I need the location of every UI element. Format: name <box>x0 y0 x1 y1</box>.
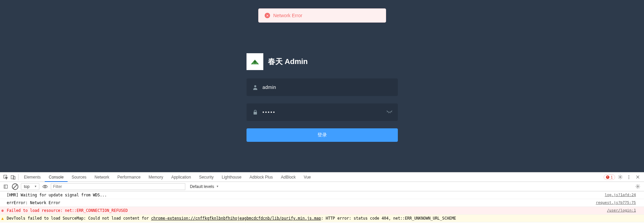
eye-closed-icon[interactable] <box>386 109 392 115</box>
svg-rect-10 <box>4 185 7 188</box>
tab-memory[interactable]: Memory <box>145 172 167 182</box>
log-line: errError: Network Error request.js?b775:… <box>0 199 644 207</box>
log-line: [HMR] Waiting for update signal from WDS… <box>0 191 644 199</box>
console-toolbar: top Default levels <box>0 182 644 191</box>
console-sidebar-toggle-icon[interactable] <box>2 183 9 190</box>
console-log: [HMR] Waiting for update signal from WDS… <box>0 191 644 223</box>
svg-point-0 <box>254 61 256 63</box>
login-button[interactable]: 登录 <box>247 128 398 142</box>
tab-adblock[interactable]: AdBlock <box>277 172 300 182</box>
sourcemap-link[interactable]: chrome-extension://cnffkgfknlbnbfhihojea… <box>151 216 321 221</box>
password-input[interactable] <box>259 103 392 121</box>
log-line-warn: ▲ DevTools failed to load SourceMap: Cou… <box>0 215 644 222</box>
context-selected: top <box>24 184 30 189</box>
svg-rect-2 <box>254 112 257 115</box>
tab-sources[interactable]: Sources <box>68 172 90 182</box>
password-row <box>247 103 398 121</box>
log-message: errError: Network Error <box>7 200 596 206</box>
error-dot-icon <box>606 176 609 179</box>
error-icon: ⊗ <box>1 208 4 214</box>
devtools-tabstrip: Elements Console Sources Network Perform… <box>0 172 644 182</box>
warning-icon: ▲ <box>1 215 4 221</box>
username-input[interactable] <box>259 78 392 96</box>
log-source-link[interactable]: request.js?b775:75 <box>596 200 636 206</box>
tab-performance[interactable]: Performance <box>113 172 145 182</box>
live-expression-icon[interactable] <box>41 185 49 188</box>
devtools-panel: Elements Console Sources Network Perform… <box>0 172 644 223</box>
error-toast-text: Network Error <box>273 13 302 18</box>
tab-network[interactable]: Network <box>90 172 113 182</box>
log-level-label: Default levels <box>190 184 214 189</box>
logo-icon <box>250 58 260 65</box>
svg-point-1 <box>254 85 256 87</box>
log-message: Failed to load resource: net::ERR_CONNEC… <box>7 208 607 214</box>
lock-icon <box>252 109 259 115</box>
tab-application[interactable]: Application <box>167 172 195 182</box>
error-count: 1 <box>611 175 613 179</box>
context-selector[interactable]: top <box>21 183 39 190</box>
divider <box>18 174 18 180</box>
device-toggle-icon[interactable] <box>9 172 17 182</box>
svg-point-6 <box>619 176 621 178</box>
user-icon <box>252 85 259 90</box>
close-icon[interactable] <box>633 172 642 182</box>
log-message: [HMR] Waiting for update signal from WDS… <box>7 192 605 198</box>
svg-point-13 <box>637 186 638 187</box>
svg-rect-4 <box>11 176 14 179</box>
log-line-error: ⊗ Failed to load resource: net::ERR_CONN… <box>0 207 644 215</box>
svg-point-8 <box>629 177 629 177</box>
app-main: ✕ Network Error 春天 Admin <box>0 0 644 172</box>
tab-vue[interactable]: Vue <box>300 172 315 182</box>
tab-security[interactable]: Security <box>195 172 218 182</box>
login-header: 春天 Admin <box>247 53 398 70</box>
console-filter-input[interactable] <box>51 183 185 190</box>
settings-gear-icon[interactable] <box>616 172 624 182</box>
tab-elements[interactable]: Elements <box>20 172 45 182</box>
login-title: 春天 Admin <box>268 57 308 67</box>
error-circle-icon: ✕ <box>265 13 270 18</box>
log-level-selector[interactable]: Default levels <box>187 184 222 189</box>
svg-point-12 <box>44 186 46 187</box>
tab-console[interactable]: Console <box>45 172 68 182</box>
login-form: 春天 Admin 登录 <box>247 53 398 142</box>
app-logo <box>247 53 263 70</box>
username-row <box>247 78 398 96</box>
tab-adblock-plus[interactable]: Adblock Plus <box>245 172 277 182</box>
error-toast: ✕ Network Error <box>258 8 386 23</box>
tab-lighthouse[interactable]: Lighthouse <box>218 172 245 182</box>
log-message: DevTools failed to load SourceMap: Could… <box>7 215 636 221</box>
inspect-element-icon[interactable] <box>2 172 9 182</box>
console-settings-gear-icon[interactable] <box>633 182 642 191</box>
log-source-link[interactable]: log.js?1afd:24 <box>605 192 636 198</box>
error-count-badge[interactable]: 1 <box>604 174 615 180</box>
svg-point-9 <box>629 178 629 179</box>
more-vert-icon[interactable] <box>624 172 633 182</box>
clear-console-icon[interactable] <box>11 183 19 190</box>
svg-point-7 <box>629 175 629 176</box>
log-source-link[interactable]: /user/login:1 <box>607 208 636 214</box>
